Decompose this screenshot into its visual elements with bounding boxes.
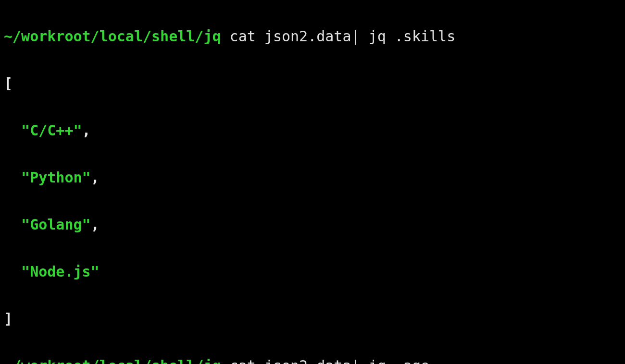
json-string: "Node.js" bbox=[4, 263, 100, 280]
output-array-item: "Golang", bbox=[4, 213, 621, 236]
line-cmd-skills: ~/workroot/local/shell/jq cat json2.data… bbox=[4, 24, 621, 48]
json-string: "Golang" bbox=[4, 216, 91, 233]
output-bracket-close: ] bbox=[4, 307, 621, 330]
comma: , bbox=[91, 169, 100, 186]
output-array-item: "C/C++", bbox=[4, 119, 621, 142]
prompt-path: ~/workroot/local/shell/jq bbox=[4, 357, 221, 364]
command-text: cat json2.data| jq .skills bbox=[221, 28, 456, 45]
json-string: "Python" bbox=[4, 169, 91, 186]
command-text: cat json2.data| jq .age bbox=[221, 357, 429, 364]
terminal[interactable]: ~/workroot/local/shell/jq cat json2.data… bbox=[0, 0, 625, 364]
json-string: "C/C++" bbox=[4, 122, 82, 139]
output-array-item: "Python", bbox=[4, 166, 621, 189]
comma: , bbox=[91, 216, 100, 233]
output-array-item: "Node.js" bbox=[4, 260, 621, 283]
output-bracket-open: [ bbox=[4, 72, 621, 95]
line-cmd-age: ~/workroot/local/shell/jq cat json2.data… bbox=[4, 354, 621, 364]
prompt-path: ~/workroot/local/shell/jq bbox=[4, 28, 221, 45]
comma: , bbox=[82, 122, 91, 139]
